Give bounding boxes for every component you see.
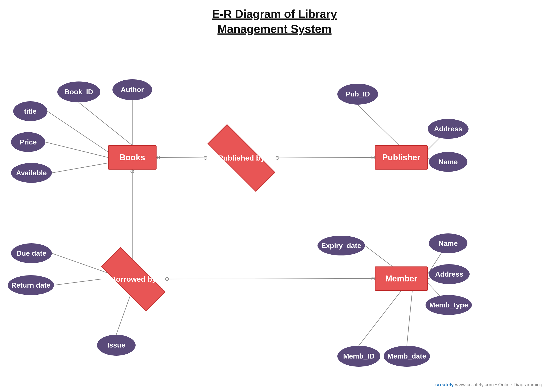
svg-point-9	[276, 156, 279, 160]
svg-line-21	[54, 279, 101, 285]
attribute-expiry-date: Expiry_date	[318, 236, 365, 255]
svg-point-19	[371, 277, 375, 280]
attribute-name-member: Name	[429, 233, 467, 253]
diagram-container: E-R Diagram of Library Management System	[0, 0, 549, 392]
attribute-pub-id: Pub_ID	[337, 84, 378, 105]
entity-publisher: Publisher	[375, 145, 428, 170]
svg-line-5	[157, 157, 207, 158]
attribute-available: Available	[11, 163, 52, 183]
entity-books: Books	[108, 145, 157, 170]
svg-point-15	[131, 170, 134, 173]
svg-point-6	[157, 156, 160, 159]
attribute-return-date: Return date	[8, 275, 54, 295]
attribute-address-publisher: Address	[428, 119, 469, 139]
attribute-book-id: Book_ID	[57, 82, 100, 102]
attribute-memb-id: Memb_ID	[337, 346, 380, 367]
svg-line-8	[276, 157, 375, 158]
svg-line-2	[47, 111, 108, 152]
svg-line-27	[359, 291, 401, 346]
svg-line-4	[52, 163, 108, 173]
relationship-published-by: Published by	[207, 144, 276, 172]
svg-line-11	[358, 105, 399, 145]
svg-line-28	[407, 291, 412, 346]
attribute-title: title	[13, 101, 47, 121]
svg-point-10	[371, 156, 375, 159]
svg-point-7	[204, 156, 207, 160]
svg-line-22	[116, 293, 131, 335]
entity-member: Member	[375, 266, 428, 291]
attribute-address-member: Address	[429, 264, 470, 284]
watermark-text: www.creately.com • Online Diagramming	[455, 382, 542, 387]
connection-lines	[0, 0, 549, 392]
attribute-memb-type: Memb_type	[426, 295, 472, 315]
diagram-title: E-R Diagram of Library Management System	[0, 0, 549, 36]
attribute-author: Author	[112, 79, 152, 100]
svg-line-0	[79, 102, 132, 145]
watermark: creately www.creately.com • Online Diagr…	[435, 382, 542, 388]
svg-line-20	[52, 253, 108, 273]
attribute-price: Price	[11, 132, 45, 152]
relationship-borrowed-by: Borrowed by	[101, 265, 165, 293]
attribute-issue: Issue	[97, 335, 136, 356]
brand-name: creately	[435, 382, 454, 387]
attribute-memb-date: Memb_date	[384, 346, 430, 367]
svg-line-23	[365, 245, 392, 266]
svg-line-3	[45, 142, 108, 157]
svg-line-17	[165, 279, 375, 279]
svg-point-18	[166, 278, 169, 280]
attribute-name-publisher: Name	[429, 152, 467, 172]
attribute-due-date: Due date	[11, 243, 52, 263]
